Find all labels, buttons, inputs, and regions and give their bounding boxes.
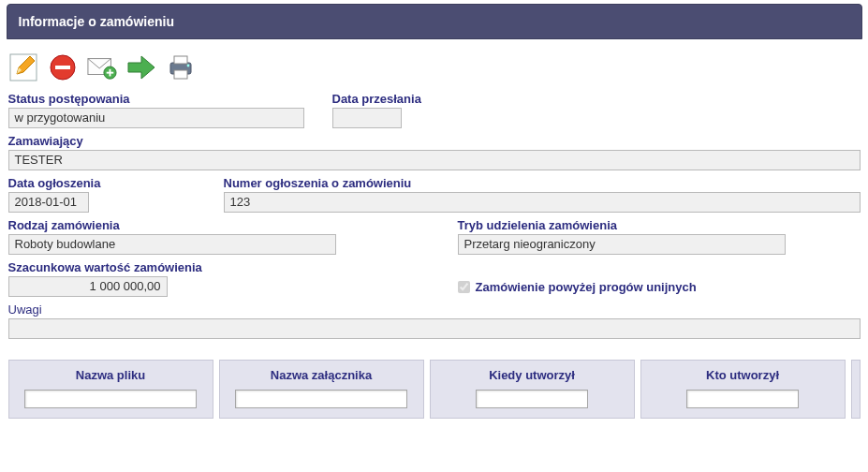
above-thresholds-checkbox[interactable] [458,281,470,293]
notes-value [8,318,861,339]
svg-rect-4 [55,66,70,69]
att-filter-created-by[interactable] [686,390,800,408]
status-label: Status postępowania [8,92,304,106]
att-header: Kiedy utworzył [438,368,626,382]
edit-button[interactable] [8,52,38,82]
att-filter-attname[interactable] [235,390,408,408]
svg-rect-12 [174,70,187,79]
att-header: Nazwa załącznika [228,368,416,382]
announce-no-label: Numer ogłoszenia o zamówieniu [224,176,861,190]
print-button[interactable] [166,52,196,82]
edit-icon [9,53,37,81]
est-value-label: Szacunkowa wartość zamówienia [8,260,252,274]
att-filter-created-when[interactable] [476,390,589,408]
announce-date-label: Data ogłoszenia [8,176,196,190]
att-header: Kto utworzył [649,368,837,382]
notes-label: Uwagi [8,302,861,317]
status-value: w przygotowaniu [8,108,304,128]
announce-no-value: 123 [224,192,861,213]
announce-date-value: 2018-01-01 [8,192,89,213]
delete-button[interactable] [48,52,78,82]
toolbar [7,39,862,92]
award-mode-value: Przetarg nieograniczony [458,234,786,255]
order-type-value: Roboty budowlane [8,234,336,255]
print-icon [167,53,195,81]
svg-rect-8 [106,72,113,74]
svg-marker-9 [128,56,154,79]
att-col-attname: Nazwa załącznika [219,360,424,419]
svg-point-13 [186,65,189,67]
att-col-created-by: Kto utworzył [640,360,846,419]
orderer-label: Zamawiający [8,134,861,148]
sent-date-label: Data przesłania [332,92,426,106]
est-value-value: 1 000 000,00 [8,276,168,297]
mail-add-icon [87,54,117,81]
order-type-label: Rodzaj zamówienia [8,218,336,232]
attachments-table: Nazwa pliku Nazwa załącznika Kiedy utwor… [7,360,862,419]
att-col-tail [851,360,861,419]
att-col-created-when: Kiedy utworzył [430,360,635,419]
att-header: Nazwa pliku [17,368,205,382]
award-mode-label: Tryb udzielenia zamówienia [458,218,786,232]
att-filter-filename[interactable] [24,390,198,408]
orderer-value: TESTER [8,150,861,170]
above-thresholds-label: Zamówienie powyżej progów unijnych [476,280,697,294]
panel-title: Informacje o zamówieniu [7,4,862,39]
svg-rect-11 [174,56,187,64]
mail-add-button[interactable] [87,52,117,82]
forward-button[interactable] [126,52,156,82]
arrow-right-icon [126,53,156,81]
stop-icon [49,53,77,81]
att-col-filename: Nazwa pliku [8,360,213,419]
sent-date-value [332,108,402,128]
